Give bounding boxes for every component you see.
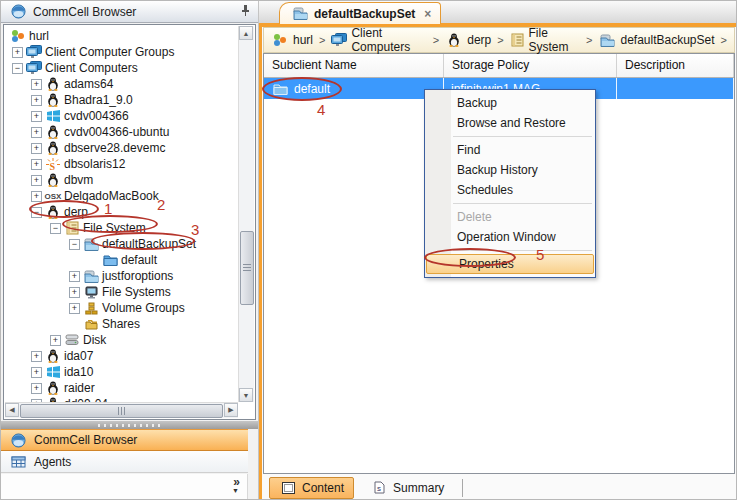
tree-item-client-computers[interactable]: −Client Computers [5, 60, 238, 76]
horizontal-scroll-thumb[interactable] [20, 404, 223, 418]
scroll-up-icon[interactable]: ▲ [239, 26, 253, 40]
bottom-tab-label: Summary [393, 481, 444, 495]
tux-icon [44, 205, 62, 219]
tree-item-defaultbackupset[interactable]: −defaultBackupSet [5, 236, 238, 252]
expand-expander-icon[interactable]: + [31, 383, 42, 394]
tree-item-disk[interactable]: +Disk [5, 332, 238, 348]
breadcrumb-item-file-system[interactable]: File System [510, 26, 580, 54]
commcell-globe-icon [9, 4, 27, 19]
bottom-tab-content[interactable]: Content [269, 477, 354, 499]
tree-item-file-system[interactable]: −File System [5, 220, 238, 236]
tree-item-derp[interactable]: −derp [5, 204, 238, 220]
menu-item-backup[interactable]: Backup [425, 93, 595, 113]
overflow-down-arrow-icon[interactable]: ▼ [232, 487, 239, 494]
tree-item-dbserve28-devemc[interactable]: +dbserve28.devemc [5, 140, 238, 156]
pin-icon[interactable] [241, 4, 250, 20]
breadcrumb-item-client-computers[interactable]: Client Computers [331, 26, 426, 54]
expand-expander-icon[interactable]: + [50, 335, 61, 346]
nav-button-agents[interactable]: Agents [1, 451, 248, 473]
tree-vertical-scrollbar[interactable]: ▲ ▼ [238, 26, 254, 402]
breadcrumb-item-derp[interactable]: derp [445, 33, 491, 47]
collapse-expander-icon[interactable]: − [12, 63, 23, 74]
osx-icon: OSX [44, 192, 62, 201]
menu-item-browse-and-restore[interactable]: Browse and Restore [425, 113, 595, 133]
tree-item-cvdv004366[interactable]: +cvdv004366 [5, 108, 238, 124]
tree-item-raider[interactable]: +raider [5, 380, 238, 396]
collapse-expander-icon[interactable]: − [50, 223, 61, 234]
bottom-tab-summary[interactable]: sSummary [360, 477, 454, 499]
shares-gold-icon [82, 318, 100, 330]
breadcrumb-item-hurl[interactable]: hurl [271, 33, 313, 47]
menu-separator [453, 136, 592, 137]
expand-expander-icon[interactable]: + [31, 127, 42, 138]
vertical-scroll-thumb[interactable] [240, 231, 254, 305]
nav-button-label: CommCell Browser [34, 433, 137, 447]
tree-item-ida10[interactable]: +ida10 [5, 364, 238, 380]
tree-item-file-systems[interactable]: +File Systems [5, 284, 238, 300]
expand-expander-icon[interactable]: + [31, 367, 42, 378]
backupset-folder-icon [291, 7, 309, 20]
expand-expander-icon[interactable]: + [31, 79, 42, 90]
tree-horizontal-scrollbar[interactable]: ◀ ▶ [5, 402, 238, 418]
tree-item-delgadomacbook[interactable]: +OSXDelgadoMacBook [5, 188, 238, 204]
menu-item-find[interactable]: Find [425, 140, 595, 160]
tree-item-shares[interactable]: Shares [5, 316, 238, 332]
column-header-subclient-name[interactable]: Subclient Name [264, 54, 444, 77]
computers-icon [331, 33, 347, 47]
tree-item-label: Client Computers [43, 61, 138, 75]
scroll-down-icon[interactable]: ▼ [239, 388, 253, 402]
panel-splitter[interactable] [1, 421, 258, 429]
folder-row-icon [271, 83, 289, 95]
expand-expander-icon[interactable]: + [31, 191, 42, 202]
collapse-expander-icon[interactable]: − [31, 207, 42, 218]
breadcrumb-label: File System [528, 26, 580, 54]
expand-expander-icon[interactable]: + [31, 351, 42, 362]
nav-button-label: Agents [34, 455, 71, 469]
expand-expander-icon[interactable]: + [69, 287, 80, 298]
computers-icon [25, 45, 43, 59]
nav-button-commcell-browser[interactable]: CommCell Browser [1, 429, 248, 451]
tree-item-justforoptions[interactable]: +justforoptions [5, 268, 238, 284]
expand-expander-icon[interactable]: + [31, 111, 42, 122]
tree-item-hurl[interactable]: hurl [5, 28, 238, 44]
menu-item-operation-window[interactable]: Operation Window [425, 227, 595, 247]
tree-item-label: Disk [81, 333, 106, 347]
tree-item-dbvm[interactable]: +dbvm [5, 172, 238, 188]
tree-item-dbsolaris12[interactable]: +Sdbsolaris12 [5, 156, 238, 172]
breadcrumb-item-defaultbackupset[interactable]: defaultBackupSet [598, 33, 714, 47]
scroll-right-icon[interactable]: ▶ [224, 403, 238, 417]
tree-item-default[interactable]: default [5, 252, 238, 268]
tree-item-adams64[interactable]: +adams64 [5, 76, 238, 92]
cell-description [617, 78, 734, 99]
breadcrumb-label: Client Computers [351, 26, 426, 54]
menu-item-delete: Delete [425, 207, 595, 227]
menu-item-properties[interactable]: Properties [426, 254, 594, 274]
column-header-description[interactable]: Description [617, 54, 734, 77]
expand-expander-icon[interactable]: + [69, 303, 80, 314]
commcell-browser-panel: CommCell Browser hurl+Client Computer Gr… [1, 1, 259, 500]
tree-item-label: hurl [27, 29, 49, 43]
menu-item-backup-history[interactable]: Backup History [425, 160, 595, 180]
tab-close-icon[interactable]: × [424, 7, 431, 21]
tree-item-client-computer-groups[interactable]: +Client Computer Groups [5, 44, 238, 60]
expand-expander-icon[interactable]: + [31, 143, 42, 154]
expand-expander-icon[interactable]: + [31, 159, 42, 170]
svg-text:s: s [377, 484, 381, 493]
tree-item-bhadra1-9-0[interactable]: +Bhadra1_9.0 [5, 92, 238, 108]
collapse-expander-icon[interactable]: − [69, 239, 80, 250]
expand-expander-icon[interactable]: + [31, 95, 42, 106]
content-panel: defaultBackupSet × hurl>Client Computers… [259, 1, 737, 500]
tree-item-volume-groups[interactable]: +Volume Groups [5, 300, 238, 316]
breadcrumb-separator: > [586, 34, 592, 46]
breadcrumb-separator: > [433, 34, 439, 46]
expand-expander-icon[interactable]: + [31, 175, 42, 186]
menu-item-schedules[interactable]: Schedules [425, 180, 595, 200]
tree-item-ida07[interactable]: +ida07 [5, 348, 238, 364]
tree-item-label: derp [62, 205, 88, 219]
scroll-left-icon[interactable]: ◀ [5, 403, 19, 417]
tab-defaultbackupset[interactable]: defaultBackupSet × [279, 2, 441, 24]
expand-expander-icon[interactable]: + [12, 47, 23, 58]
expand-expander-icon[interactable]: + [69, 271, 80, 282]
tree-item-cvdv004366-ubuntu[interactable]: +cvdv004366-ubuntu [5, 124, 238, 140]
column-header-storage-policy[interactable]: Storage Policy [444, 54, 617, 77]
